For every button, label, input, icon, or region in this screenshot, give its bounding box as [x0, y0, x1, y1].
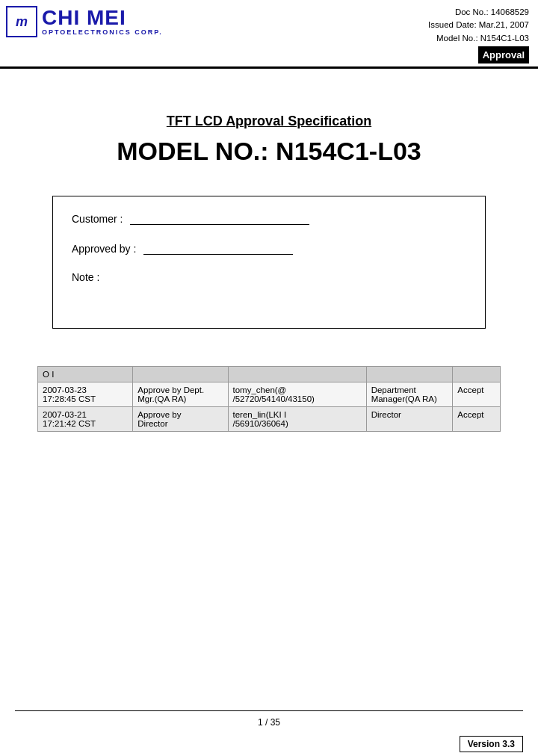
company-subtitle: OPTOELECTRONICS CORP. — [42, 28, 163, 36]
table-cell: Accept — [453, 407, 501, 432]
document-title-section: TFT LCD Approval Specification — [30, 114, 508, 129]
table-cell: 2007-03-21 17:21:42 CST — [38, 407, 133, 432]
table-row: 2007-03-21 17:21:42 CSTApprove by Direct… — [38, 407, 501, 432]
table-cell: Approve by Dept. Mgr.(QA RA) — [133, 382, 228, 407]
logo-icon: m — [6, 6, 37, 37]
customer-row: Customer : — [72, 211, 466, 225]
table-cell: Approve by Director — [133, 407, 228, 432]
info-box: Customer : Approved by : Note : — [52, 196, 486, 329]
company-name: CHI MEI — [42, 7, 163, 28]
table-cell: Director — [366, 407, 453, 432]
customer-label: Customer : — [72, 213, 123, 225]
header-doc-info: Doc No.: 14068529 Issued Date: Mar.21, 2… — [428, 6, 529, 63]
doc-no-value: 14068529 — [491, 7, 529, 16]
approval-table: O I 2007-03-23 17:28:45 CSTApprove by De… — [37, 366, 501, 432]
page-number: 1 / 35 — [15, 710, 523, 734]
approval-badge: Approval — [428, 45, 529, 64]
model-no-line: Model No.: N154C1-L03 — [428, 32, 529, 45]
note-row: Note : — [72, 271, 466, 283]
issued-date-value: Mar.21, 2007 — [479, 20, 529, 29]
header: m CHI MEI OPTOELECTRONICS CORP. Doc No.:… — [0, 0, 538, 69]
table-cell: Department Manager(QA RA) — [366, 382, 453, 407]
col-header-oi: O I — [38, 367, 133, 382]
issued-date-line: Issued Date: Mar.21, 2007 — [428, 19, 529, 31]
document-title: TFT LCD Approval Specification — [167, 114, 371, 128]
logo-area: m CHI MEI OPTOELECTRONICS CORP. — [6, 6, 163, 37]
col-header-5 — [453, 367, 501, 382]
table-cell: tomy_chen(@ /52720/54140/43150) — [228, 382, 366, 407]
page-total: 35 — [270, 717, 280, 728]
footer: 1 / 35 Version 3.3 — [0, 710, 538, 756]
table-cell: teren_lin(LKI I /56910/36064) — [228, 407, 366, 432]
table-row: 2007-03-23 17:28:45 CSTApprove by Dept. … — [38, 382, 501, 407]
approved-by-row: Approved by : — [72, 241, 466, 255]
main-content: TFT LCD Approval Specification MODEL NO.… — [0, 69, 538, 447]
issued-date-label: Issued Date: — [428, 20, 477, 29]
page-current: 1 — [258, 717, 263, 728]
col-header-4 — [366, 367, 453, 382]
version-badge: Version 3.3 — [460, 736, 523, 752]
model-no-label: Model No.: — [436, 34, 478, 43]
approved-by-label: Approved by : — [72, 243, 136, 255]
model-number-section: MODEL NO.: N154C1-L03 — [30, 137, 508, 166]
page-separator: / — [265, 717, 270, 728]
col-header-2 — [133, 367, 228, 382]
approval-table-section: O I 2007-03-23 17:28:45 CSTApprove by De… — [37, 366, 501, 432]
note-label: Note : — [72, 271, 99, 283]
customer-input-line — [130, 211, 309, 225]
doc-no-line: Doc No.: 14068529 — [428, 6, 529, 19]
table-cell: 2007-03-23 17:28:45 CST — [38, 382, 133, 407]
doc-no-label: Doc No.: — [455, 7, 489, 16]
table-header-row: O I — [38, 367, 501, 382]
col-header-3 — [228, 367, 366, 382]
model-no-value: N154C1-L03 — [480, 34, 529, 43]
model-number: MODEL NO.: N154C1-L03 — [117, 137, 421, 165]
table-cell: Accept — [453, 382, 501, 407]
logo-text: CHI MEI OPTOELECTRONICS CORP. — [42, 7, 163, 36]
approved-by-input-line — [143, 241, 293, 255]
